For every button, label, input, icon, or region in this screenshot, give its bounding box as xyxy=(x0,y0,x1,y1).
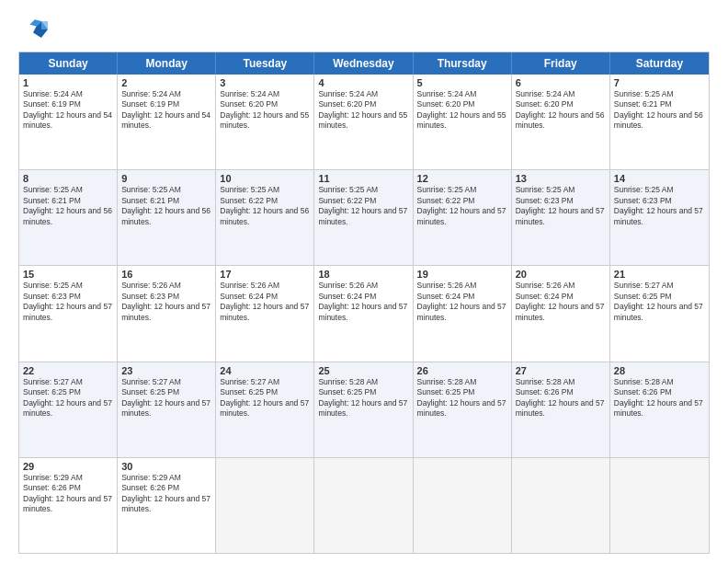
sunset: Sunset: 6:23 PM xyxy=(23,292,113,302)
sunrise: Sunrise: 5:25 AM xyxy=(417,185,507,195)
daylight-label: Daylight: 12 hours and 57 minutes. xyxy=(121,398,211,419)
sunrise: Sunrise: 5:27 AM xyxy=(121,377,211,387)
daylight-label: Daylight: 12 hours and 57 minutes. xyxy=(121,302,211,323)
calendar-cell: 1Sunrise: 5:24 AMSunset: 6:19 PMDaylight… xyxy=(19,75,118,169)
daylight-label: Daylight: 12 hours and 56 minutes. xyxy=(23,206,113,227)
day-number: 20 xyxy=(516,269,606,280)
day-number: 11 xyxy=(318,173,408,184)
logo-icon xyxy=(18,15,48,44)
sunset: Sunset: 6:20 PM xyxy=(318,99,408,109)
sunrise: Sunrise: 5:27 AM xyxy=(220,377,310,387)
sunset: Sunset: 6:25 PM xyxy=(318,387,408,397)
sunset: Sunset: 6:24 PM xyxy=(516,292,606,302)
day-number: 28 xyxy=(614,365,705,376)
day-number: 4 xyxy=(318,77,408,88)
calendar-cell: 18Sunrise: 5:26 AMSunset: 6:24 PMDayligh… xyxy=(314,266,413,361)
calendar-cell: 16Sunrise: 5:26 AMSunset: 6:23 PMDayligh… xyxy=(118,266,216,361)
calendar-cell: 30Sunrise: 5:29 AMSunset: 6:26 PMDayligh… xyxy=(118,458,216,553)
sunset: Sunset: 6:25 PM xyxy=(121,387,211,397)
day-number: 12 xyxy=(417,173,507,184)
sunset: Sunset: 6:24 PM xyxy=(220,292,310,302)
daylight-label: Daylight: 12 hours and 57 minutes. xyxy=(220,302,310,323)
calendar-cell: 7Sunrise: 5:25 AMSunset: 6:21 PMDaylight… xyxy=(610,75,709,169)
calendar-cell: 13Sunrise: 5:25 AMSunset: 6:23 PMDayligh… xyxy=(512,170,610,265)
daylight-label: Daylight: 12 hours and 57 minutes. xyxy=(121,494,211,515)
sunset: Sunset: 6:25 PM xyxy=(23,387,113,397)
header-day: Tuesday xyxy=(216,52,314,75)
calendar-row: 8Sunrise: 5:25 AMSunset: 6:21 PMDaylight… xyxy=(19,170,709,266)
calendar-cell: 3Sunrise: 5:24 AMSunset: 6:20 PMDaylight… xyxy=(216,75,314,169)
sunrise: Sunrise: 5:24 AM xyxy=(23,89,113,99)
sunrise: Sunrise: 5:24 AM xyxy=(318,89,408,99)
sunset: Sunset: 6:21 PM xyxy=(121,196,211,206)
sunset: Sunset: 6:25 PM xyxy=(417,387,507,397)
daylight-label: Daylight: 12 hours and 57 minutes. xyxy=(23,302,113,323)
sunset: Sunset: 6:23 PM xyxy=(614,196,705,206)
svg-marker-2 xyxy=(41,21,48,29)
day-number: 23 xyxy=(121,365,211,376)
calendar-cell: 19Sunrise: 5:26 AMSunset: 6:24 PMDayligh… xyxy=(414,266,512,361)
sunset: Sunset: 6:25 PM xyxy=(614,292,705,302)
sunrise: Sunrise: 5:25 AM xyxy=(614,89,705,99)
header-day: Monday xyxy=(118,52,216,75)
sunrise: Sunrise: 5:25 AM xyxy=(220,185,310,195)
sunrise: Sunrise: 5:27 AM xyxy=(23,377,113,387)
sunset: Sunset: 6:24 PM xyxy=(417,292,507,302)
daylight-label: Daylight: 12 hours and 57 minutes. xyxy=(417,206,507,227)
day-number: 13 xyxy=(516,173,606,184)
sunset: Sunset: 6:20 PM xyxy=(417,99,507,109)
sunrise: Sunrise: 5:24 AM xyxy=(220,89,310,99)
calendar-cell: 8Sunrise: 5:25 AMSunset: 6:21 PMDaylight… xyxy=(19,170,118,265)
sunrise: Sunrise: 5:25 AM xyxy=(516,185,606,195)
calendar-header: SundayMondayTuesdayWednesdayThursdayFrid… xyxy=(19,52,709,75)
sunrise: Sunrise: 5:29 AM xyxy=(23,473,113,483)
day-number: 14 xyxy=(614,173,705,184)
calendar-cell xyxy=(216,458,314,553)
sunset: Sunset: 6:20 PM xyxy=(516,99,606,109)
calendar-cell: 17Sunrise: 5:26 AMSunset: 6:24 PMDayligh… xyxy=(216,266,314,361)
sunset: Sunset: 6:24 PM xyxy=(318,292,408,302)
day-number: 29 xyxy=(23,461,113,472)
daylight-label: Daylight: 12 hours and 55 minutes. xyxy=(220,110,310,132)
page-header xyxy=(18,15,710,44)
calendar-cell: 24Sunrise: 5:27 AMSunset: 6:25 PMDayligh… xyxy=(216,362,314,457)
sunset: Sunset: 6:26 PM xyxy=(516,387,606,397)
sunset: Sunset: 6:19 PM xyxy=(121,99,211,109)
sunset: Sunset: 6:22 PM xyxy=(318,196,408,206)
sunrise: Sunrise: 5:28 AM xyxy=(417,377,507,387)
sunset: Sunset: 6:21 PM xyxy=(614,99,705,109)
sunrise: Sunrise: 5:28 AM xyxy=(614,377,705,387)
day-number: 30 xyxy=(121,461,211,472)
calendar-cell: 23Sunrise: 5:27 AMSunset: 6:25 PMDayligh… xyxy=(118,362,216,457)
sunrise: Sunrise: 5:24 AM xyxy=(516,89,606,99)
calendar-cell: 21Sunrise: 5:27 AMSunset: 6:25 PMDayligh… xyxy=(610,266,709,361)
day-number: 9 xyxy=(121,173,211,184)
calendar-cell: 29Sunrise: 5:29 AMSunset: 6:26 PMDayligh… xyxy=(19,458,118,553)
day-number: 26 xyxy=(417,365,507,376)
calendar-cell: 27Sunrise: 5:28 AMSunset: 6:26 PMDayligh… xyxy=(512,362,610,457)
day-number: 8 xyxy=(23,173,113,184)
sunrise: Sunrise: 5:26 AM xyxy=(220,281,310,291)
daylight-label: Daylight: 12 hours and 56 minutes. xyxy=(121,206,211,227)
calendar-cell xyxy=(314,458,413,553)
header-day: Thursday xyxy=(414,52,512,75)
daylight-label: Daylight: 12 hours and 57 minutes. xyxy=(417,302,507,323)
calendar-cell: 20Sunrise: 5:26 AMSunset: 6:24 PMDayligh… xyxy=(512,266,610,361)
header-day: Wednesday xyxy=(314,52,413,75)
daylight-label: Daylight: 12 hours and 57 minutes. xyxy=(516,206,606,227)
calendar-row: 15Sunrise: 5:25 AMSunset: 6:23 PMDayligh… xyxy=(19,266,709,362)
day-number: 24 xyxy=(220,365,310,376)
calendar-cell xyxy=(414,458,512,553)
calendar-cell: 15Sunrise: 5:25 AMSunset: 6:23 PMDayligh… xyxy=(19,266,118,361)
calendar-row: 1Sunrise: 5:24 AMSunset: 6:19 PMDaylight… xyxy=(19,75,709,170)
day-number: 10 xyxy=(220,173,310,184)
daylight-label: Daylight: 12 hours and 56 minutes. xyxy=(516,110,606,132)
daylight-label: Daylight: 12 hours and 57 minutes. xyxy=(318,206,408,227)
day-number: 21 xyxy=(614,269,705,280)
header-day: Sunday xyxy=(19,52,118,75)
daylight-label: Daylight: 12 hours and 54 minutes. xyxy=(23,110,113,132)
day-number: 18 xyxy=(318,269,408,280)
daylight-label: Daylight: 12 hours and 56 minutes. xyxy=(614,110,705,132)
calendar-cell: 14Sunrise: 5:25 AMSunset: 6:23 PMDayligh… xyxy=(610,170,709,265)
sunrise: Sunrise: 5:25 AM xyxy=(318,185,408,195)
